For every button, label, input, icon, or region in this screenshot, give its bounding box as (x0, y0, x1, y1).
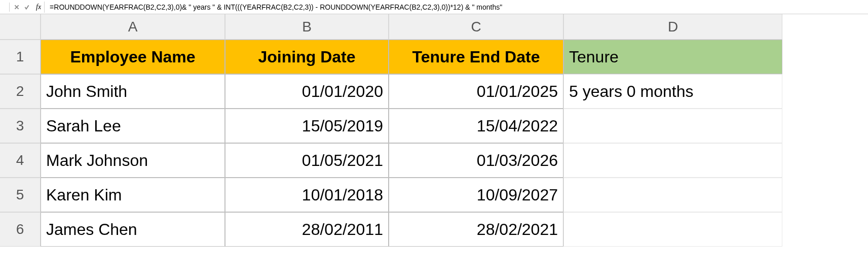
fx-label[interactable]: fx (33, 2, 45, 13)
cell-B1[interactable]: Joining Date (225, 40, 389, 74)
name-box-dropdown[interactable] (2, 2, 6, 13)
col-header-B[interactable]: B (225, 14, 389, 40)
row-header-5[interactable]: 5 (0, 178, 41, 212)
separator (9, 3, 10, 12)
cell-C1[interactable]: Tenure End Date (389, 40, 563, 74)
col-header-D[interactable]: D (563, 14, 782, 40)
cell-D4[interactable] (563, 143, 782, 178)
select-all-corner[interactable] (0, 14, 41, 40)
cell-C6[interactable]: 28/02/2021 (389, 212, 563, 247)
cell-D2[interactable]: 5 years 0 months (563, 74, 782, 109)
cell-C3[interactable]: 15/04/2022 (389, 109, 563, 143)
cell-D3[interactable] (563, 109, 782, 143)
cell-A6[interactable]: James Chen (41, 212, 225, 247)
cell-D6[interactable] (563, 212, 782, 247)
cell-B4[interactable]: 01/05/2021 (225, 143, 389, 178)
cell-A1[interactable]: Employee Name (41, 40, 225, 74)
row-header-2[interactable]: 2 (0, 74, 41, 109)
cell-B3[interactable]: 15/05/2019 (225, 109, 389, 143)
cell-A3[interactable]: Sarah Lee (41, 109, 225, 143)
enter-icon[interactable] (23, 3, 31, 11)
cancel-icon[interactable] (13, 3, 21, 11)
col-header-A[interactable]: A (41, 14, 225, 40)
row-header-1[interactable]: 1 (0, 40, 41, 74)
cell-D1[interactable]: Tenure (563, 40, 782, 74)
cell-C2[interactable]: 01/01/2025 (389, 74, 563, 109)
col-header-C[interactable]: C (389, 14, 563, 40)
row-header-4[interactable]: 4 (0, 143, 41, 178)
cell-D5[interactable] (563, 178, 782, 212)
row-header-3[interactable]: 3 (0, 109, 41, 143)
cell-C4[interactable]: 01/03/2026 (389, 143, 563, 178)
cell-A4[interactable]: Mark Johnson (41, 143, 225, 178)
cell-B2[interactable]: 01/01/2020 (225, 74, 389, 109)
formula-input[interactable] (47, 2, 866, 13)
cell-A5[interactable]: Karen Kim (41, 178, 225, 212)
formula-bar: fx (0, 0, 868, 14)
cell-A2[interactable]: John Smith (41, 74, 225, 109)
cell-B5[interactable]: 10/01/2018 (225, 178, 389, 212)
row-header-6[interactable]: 6 (0, 212, 41, 247)
cell-C5[interactable]: 10/09/2027 (389, 178, 563, 212)
cell-B6[interactable]: 28/02/2011 (225, 212, 389, 247)
spreadsheet-grid: A B C D 1 Employee Name Joining Date Ten… (0, 14, 868, 247)
